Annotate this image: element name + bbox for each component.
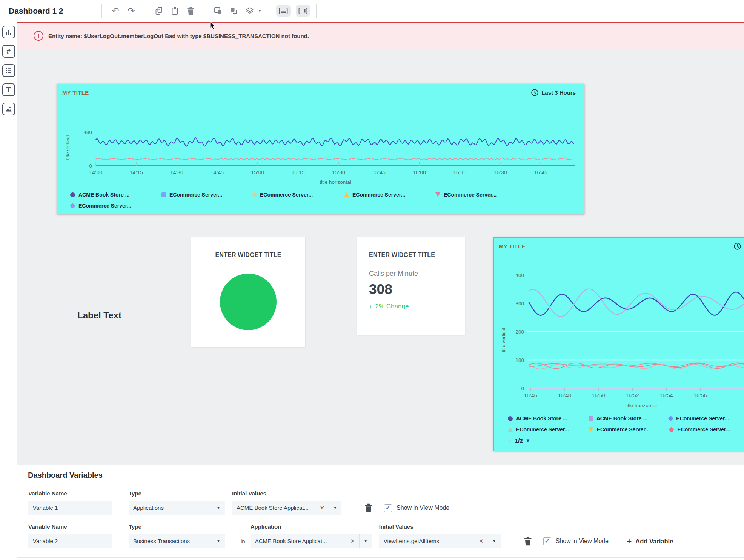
timeseries-widget-2[interactable]: MY TITLE 4003002001000title vertical16:4…: [493, 237, 744, 451]
pie-circle: [220, 274, 277, 330]
dashboard-variables-panel: Dashboard Variables Variable NameTypeApp…: [17, 465, 744, 560]
layers-button[interactable]: [244, 6, 255, 16]
selected-value: Applications: [133, 505, 164, 511]
clock-icon: [733, 242, 741, 250]
delete-button[interactable]: [185, 6, 196, 16]
add-variable-label: Add Variable: [635, 538, 673, 545]
chart-legend: ACME Book Store ...ACME Book Store ...EC…: [494, 415, 744, 432]
legend-label: ECommerce Server...: [676, 415, 729, 422]
paste-button[interactable]: [169, 6, 180, 16]
square-marker-icon: [161, 192, 166, 197]
delete-variable-button[interactable]: [524, 536, 532, 546]
field-label: Type: [129, 490, 225, 497]
application-combo[interactable]: ACME Book Store Applicat...✕▼: [251, 534, 372, 548]
redo-button[interactable]: ↷: [126, 6, 137, 16]
legend-item[interactable]: ECommerce Server...: [344, 192, 435, 198]
line-chart-svg: 4800title vertical14:0014:1514:3014:4515…: [60, 100, 580, 186]
variable-field: TypeApplications▼: [129, 490, 225, 515]
svg-text:title vertical: title vertical: [65, 135, 71, 160]
legend-item[interactable]: ECommerce Server...: [161, 192, 253, 198]
check-icon: ✓: [386, 505, 390, 511]
type-select[interactable]: Business Transactions▼: [129, 534, 225, 548]
legend-item[interactable]: ECommerce Server...: [70, 203, 161, 209]
legend-item[interactable]: ECommerce Server...: [435, 192, 527, 198]
sidebar-item-number-widget[interactable]: #: [2, 45, 15, 58]
legend-label: ECommerce Server...: [444, 192, 497, 198]
svg-text:16:54: 16:54: [659, 392, 673, 398]
time-range-selector[interactable]: [733, 242, 741, 250]
error-banner: ! Entity name: $UserLogOut.memberLogOut …: [17, 22, 744, 49]
legend-label: ECommerce Server...: [516, 426, 569, 432]
sidebar-item-image-widget[interactable]: [2, 103, 15, 115]
copy-button[interactable]: [154, 6, 164, 16]
page-down-icon[interactable]: ▼: [526, 438, 530, 443]
initial-values-combo[interactable]: ViewItems.getAllItems✕▼: [379, 534, 501, 548]
pentagon-marker-icon: [669, 427, 674, 432]
toggle-right-panel-button[interactable]: [296, 5, 310, 17]
show-in-view-mode-checkbox[interactable]: ✓: [384, 504, 392, 512]
in-label: in: [241, 534, 245, 548]
svg-text:14:45: 14:45: [211, 169, 224, 175]
page-up-icon[interactable]: ▲: [508, 438, 512, 443]
legend-item[interactable]: ECommerce Server...: [589, 426, 669, 432]
sidebar-item-list-widget[interactable]: [2, 64, 15, 77]
bring-forward-button[interactable]: [213, 6, 223, 16]
variable-name-input[interactable]: [28, 534, 112, 548]
label-widget[interactable]: Label Text: [77, 310, 121, 321]
sidebar-item-chart-widget[interactable]: [2, 26, 15, 38]
svg-text:0: 0: [89, 163, 92, 169]
add-variable-button[interactable]: +Add Variable: [627, 537, 673, 546]
legend-item[interactable]: ACME Book Store ...: [589, 415, 669, 422]
toggle-bottom-panel-button[interactable]: [276, 5, 291, 17]
chevron-down-icon[interactable]: ▼: [360, 539, 372, 543]
panel-right-icon: [298, 7, 307, 15]
legend-item[interactable]: ECommerce Server...: [253, 192, 344, 198]
delete-variable-button[interactable]: [364, 503, 373, 513]
pentagon-marker-icon: [70, 203, 75, 208]
chevron-down-icon[interactable]: ▼: [488, 539, 501, 543]
chevron-down-icon[interactable]: ▼: [329, 506, 341, 510]
chevron-down-icon: ▼: [217, 539, 220, 543]
arrow-down-icon: ↓: [369, 303, 372, 310]
timeseries-widget-1[interactable]: MY TITLE Last 3 Hours 4800title vertical…: [57, 84, 584, 214]
show-in-view-mode-checkbox[interactable]: ✓: [543, 537, 551, 545]
legend-label: ACME Book Store ...: [596, 415, 647, 422]
time-range-label: Last 3 Hours: [541, 89, 576, 96]
svg-text:15:30: 15:30: [332, 169, 345, 175]
metric-widget[interactable]: ENTER WIDGET TITLE Calls per Minute 308 …: [357, 237, 465, 335]
clear-icon[interactable]: ✕: [350, 538, 355, 545]
type-select[interactable]: Applications▼: [129, 501, 225, 515]
redo-icon: ↷: [128, 6, 135, 15]
variable-name-input[interactable]: [28, 501, 112, 515]
sidebar-item-text-widget[interactable]: T: [2, 83, 15, 96]
error-message: Entity name: $UserLogOut.memberLogOut Ba…: [48, 33, 309, 39]
pie-widget[interactable]: ENTER WIDGET TITLE: [191, 237, 305, 347]
legend-item[interactable]: ACME Book Store ...: [70, 192, 161, 198]
row-actions: ✓Show in View Mode+Add Variable: [508, 534, 673, 548]
selected-value: ViewItems.getAllItems: [384, 538, 476, 544]
time-range-selector[interactable]: Last 3 Hours: [531, 89, 576, 97]
metric-label: Calls per Minute: [369, 270, 465, 278]
chart-legend: ACME Book Store ...ECommerce Server...EC…: [57, 192, 584, 209]
chevron-down-icon[interactable]: ▼: [258, 9, 261, 13]
selected-value: ACME Book Store Applicat...: [255, 538, 347, 544]
legend-item[interactable]: ECommerce Server...: [669, 415, 744, 422]
svg-text:300: 300: [515, 301, 524, 306]
legend-item[interactable]: ECommerce Server...: [669, 426, 744, 432]
svg-text:14:15: 14:15: [130, 169, 143, 175]
legend-item[interactable]: ECommerce Server...: [508, 426, 589, 432]
diamond-marker-icon: [252, 192, 257, 197]
send-backward-button[interactable]: [229, 6, 239, 16]
clear-icon[interactable]: ✕: [320, 505, 324, 511]
svg-text:100: 100: [515, 357, 524, 363]
legend-item[interactable]: ACME Book Store ...: [508, 415, 589, 422]
variable-row: Variable NameTypeBusiness Transactions▼i…: [28, 523, 744, 548]
undo-button[interactable]: ↶: [110, 6, 121, 16]
widget-title: MY TITLE: [499, 243, 525, 249]
initial-values-combo[interactable]: ACME Book Store Applicat...✕▼: [232, 501, 341, 515]
svg-text:title horizontal: title horizontal: [320, 179, 351, 185]
metric-change-label: 2% Change: [375, 303, 409, 310]
toolbar: Dashboard 1 2 ↶ ↷ ▼: [0, 0, 744, 22]
field-label: Type: [129, 523, 225, 530]
clear-icon[interactable]: ✕: [479, 538, 484, 545]
